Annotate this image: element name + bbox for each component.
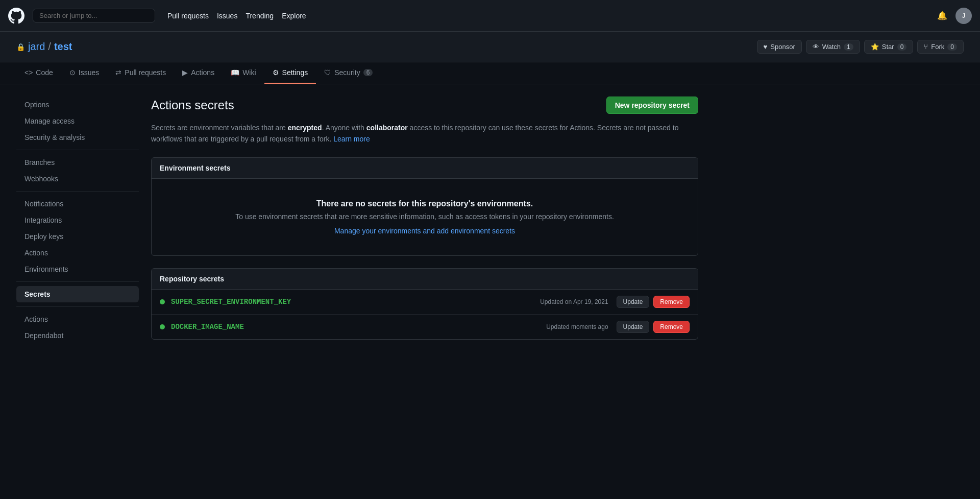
secret-updated-time: Updated on Apr 19, 2021: [540, 298, 608, 305]
tab-pull-requests[interactable]: ⇄ Pull requests: [107, 62, 174, 84]
desc-bold-collaborator: collaborator: [366, 124, 408, 132]
nav-pull-requests[interactable]: Pull requests: [167, 12, 209, 20]
repo-name-link[interactable]: test: [54, 41, 72, 53]
fork-icon: ⑂: [924, 43, 928, 51]
star-icon: ⭐: [871, 43, 879, 51]
nav-explore[interactable]: Explore: [282, 12, 306, 20]
github-logo-icon: [8, 8, 24, 24]
desc-text-1: Secrets are environment variables that a…: [151, 124, 288, 132]
secret-name: DOCKER_IMAGE_NAME: [171, 323, 546, 331]
sidebar-item-manage-access[interactable]: Manage access: [16, 113, 139, 129]
tab-issues[interactable]: ⊙ Issues: [61, 62, 107, 84]
desc-text-2: . Anyone with: [322, 124, 366, 132]
sidebar-divider-2: [16, 191, 139, 192]
secrets-description: Secrets are environment variables that a…: [151, 122, 698, 145]
sidebar-item-deploy-keys[interactable]: Deploy keys: [16, 228, 139, 245]
tab-code[interactable]: <> Code: [16, 62, 61, 84]
settings-sidebar: Options Manage access Security & analysi…: [16, 97, 139, 352]
wiki-icon: 📖: [231, 68, 239, 77]
sidebar-item-branches[interactable]: Branches: [16, 154, 139, 171]
actions-icon: ▶: [182, 68, 188, 77]
watch-count: 1: [844, 43, 853, 51]
heart-icon: ♥: [764, 43, 768, 51]
nav-issues[interactable]: Issues: [217, 12, 237, 20]
tab-security[interactable]: 🛡 Security 6: [316, 62, 381, 84]
repository-secrets-section: Repository secrets SUPER_SECRET_ENVIRONM…: [151, 268, 698, 340]
fork-button[interactable]: ⑂ Fork 0: [917, 40, 964, 54]
environment-secrets-empty: There are no secrets for this repository…: [152, 179, 698, 255]
sidebar-divider-1: [16, 150, 139, 150]
repo-visibility-icon: 🔒: [16, 43, 25, 51]
secret-status-indicator: [160, 324, 165, 329]
repo-tabs: <> Code ⊙ Issues ⇄ Pull requests ▶ Actio…: [0, 62, 980, 84]
table-row: SUPER_SECRET_ENVIRONMENT_KEY Updated on …: [152, 290, 698, 315]
sidebar-item-security-analysis[interactable]: Security & analysis: [16, 129, 139, 146]
notification-button[interactable]: 🔔: [935, 9, 949, 22]
repo-header: 🔒 jard / test ♥ Sponsor 👁 Watch 1 ⭐ Star…: [0, 32, 980, 62]
secret-action-buttons: Update Remove: [617, 296, 690, 308]
sidebar-item-dependabot[interactable]: Dependabot: [16, 327, 139, 344]
search-input[interactable]: [33, 9, 155, 22]
sidebar-item-actions[interactable]: Actions: [16, 245, 139, 261]
avatar[interactable]: J: [955, 8, 972, 24]
pr-icon: ⇄: [115, 68, 121, 77]
fork-count: 0: [947, 43, 957, 51]
sidebar-item-environments[interactable]: Environments: [16, 261, 139, 277]
secret-updated-time: Updated moments ago: [546, 323, 608, 330]
sponsor-button[interactable]: ♥ Sponsor: [757, 40, 802, 54]
tab-actions[interactable]: ▶ Actions: [174, 62, 223, 84]
update-secret-button[interactable]: Update: [617, 296, 650, 308]
tab-wiki[interactable]: 📖 Wiki: [223, 62, 264, 84]
eye-icon: 👁: [813, 43, 819, 51]
sidebar-item-notifications[interactable]: Notifications: [16, 196, 139, 212]
sidebar-item-integrations[interactable]: Integrations: [16, 212, 139, 228]
repo-action-buttons: ♥ Sponsor 👁 Watch 1 ⭐ Star 0 ⑂ Fork 0: [757, 40, 964, 54]
table-row: DOCKER_IMAGE_NAME Updated moments ago Up…: [152, 315, 698, 339]
main-layout: Options Manage access Security & analysi…: [0, 84, 715, 364]
secret-status-indicator: [160, 299, 165, 304]
content-header: Actions secrets New repository secret: [151, 97, 698, 114]
repository-secrets-header: Repository secrets: [152, 269, 698, 290]
code-icon: <>: [24, 68, 33, 77]
breadcrumb: 🔒 jard / test: [16, 41, 72, 53]
security-icon: 🛡: [324, 68, 331, 77]
tab-settings[interactable]: ⚙ Settings: [264, 62, 316, 84]
secret-name: SUPER_SECRET_ENVIRONMENT_KEY: [171, 298, 540, 306]
watch-button[interactable]: 👁 Watch 1: [806, 40, 860, 54]
star-button[interactable]: ⭐ Star 0: [864, 40, 914, 54]
main-content: Actions secrets New repository secret Se…: [151, 97, 698, 352]
secret-action-buttons: Update Remove: [617, 321, 690, 333]
new-repository-secret-button[interactable]: New repository secret: [606, 97, 698, 114]
security-badge: 6: [363, 69, 373, 76]
sidebar-item-options[interactable]: Options: [16, 97, 139, 113]
repo-owner-link[interactable]: jard: [28, 41, 45, 53]
sidebar-divider-4: [16, 306, 139, 307]
learn-more-link[interactable]: Learn more: [333, 135, 370, 143]
sidebar-divider-3: [16, 281, 139, 282]
empty-env-title: There are no secrets for this repository…: [160, 199, 690, 208]
sidebar-item-webhooks[interactable]: Webhooks: [16, 171, 139, 187]
sidebar-item-actions-sub[interactable]: Actions: [16, 311, 139, 327]
environment-secrets-section: Environment secrets There are no secrets…: [151, 157, 698, 256]
update-secret-button[interactable]: Update: [617, 321, 650, 333]
top-nav-right: 🔔 J: [935, 8, 972, 24]
breadcrumb-separator: /: [48, 41, 51, 53]
nav-trending[interactable]: Trending: [246, 12, 274, 20]
star-count: 0: [897, 43, 907, 51]
desc-bold-encrypted: encrypted: [288, 124, 322, 132]
empty-env-desc: To use environment secrets that are more…: [160, 212, 690, 221]
remove-secret-button[interactable]: Remove: [653, 296, 690, 308]
settings-icon: ⚙: [273, 68, 279, 77]
remove-secret-button[interactable]: Remove: [653, 321, 690, 333]
issue-icon: ⊙: [69, 68, 76, 77]
environment-secrets-header: Environment secrets: [152, 158, 698, 179]
top-nav: Pull requests Issues Trending Explore 🔔 …: [0, 0, 980, 32]
manage-environments-link[interactable]: Manage your environments and add environ…: [334, 227, 515, 235]
page-title: Actions secrets: [151, 98, 234, 112]
top-nav-links: Pull requests Issues Trending Explore: [167, 12, 306, 20]
sidebar-item-secrets[interactable]: Secrets: [16, 286, 139, 302]
